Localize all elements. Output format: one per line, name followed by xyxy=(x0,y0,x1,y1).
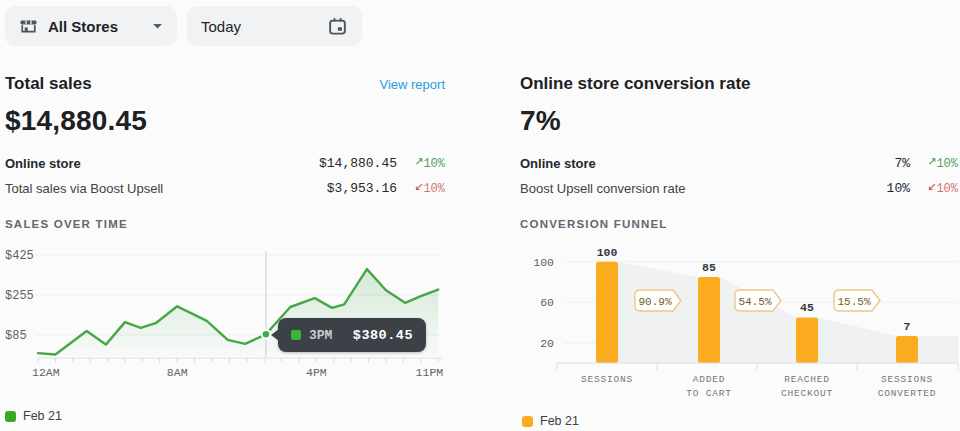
legend-swatch-green xyxy=(5,411,16,422)
conversion-rate-value: 7% xyxy=(520,105,958,137)
tooltip-time: 3PM xyxy=(309,328,332,343)
x-axis-category-label: TO CART xyxy=(686,388,732,399)
delta-badge: ↗10% xyxy=(397,157,445,171)
metric-value: 7% xyxy=(894,156,910,171)
metric-label: Boost Upsell conversion rate xyxy=(520,181,685,196)
store-selector-label: All Stores xyxy=(48,18,118,35)
x-axis-category-label: CONVERTED xyxy=(878,388,937,399)
calendar-icon xyxy=(327,16,348,37)
legend-label: Feb 21 xyxy=(23,409,62,423)
metric-value: 10% xyxy=(887,181,910,196)
funnel-bar xyxy=(596,262,618,363)
sales-legend: Feb 21 xyxy=(5,409,62,423)
x-axis-tick-label: 11PM xyxy=(416,366,444,379)
total-sales-value: $14,880.45 xyxy=(5,105,445,137)
metric-label: Online store xyxy=(520,156,596,171)
bar-value-label: 45 xyxy=(800,301,814,314)
conversion-rate-panel: Online store conversion rate 7% Online s… xyxy=(520,70,958,431)
bar-value-label: 85 xyxy=(702,261,716,274)
metric-label: Total sales via Boost Upsell xyxy=(5,181,163,196)
x-axis-category-label: CHECKOUT xyxy=(781,388,833,399)
delta-badge: ↙10% xyxy=(910,182,958,196)
funnel-legend: Feb 21 xyxy=(522,414,579,428)
funnel-bar xyxy=(896,336,918,363)
metric-row-online-store: Online store $14,880.45 ↗10% xyxy=(5,151,445,176)
step-percentage-label: 54.5% xyxy=(738,296,771,308)
bar-value-label: 100 xyxy=(597,246,618,259)
chart-tooltip: 3PM $380.45 xyxy=(278,318,426,352)
y-axis-tick-label: $85 xyxy=(5,329,27,343)
series-swatch xyxy=(291,330,301,340)
storefront-icon xyxy=(19,17,38,36)
y-axis-tick-label: 20 xyxy=(540,337,554,350)
date-range-label: Today xyxy=(201,18,241,35)
chevron-down-icon xyxy=(152,23,163,30)
total-sales-panel: Total sales View report $14,880.45 Onlin… xyxy=(5,70,445,431)
y-axis-tick-label: $425 xyxy=(5,249,34,263)
metric-value: $3,953.16 xyxy=(327,181,397,196)
date-range-button[interactable]: Today xyxy=(187,6,362,46)
store-selector-button[interactable]: All Stores xyxy=(5,6,177,46)
conversion-funnel-chart[interactable]: 10060201008545790.9%54.5%15.5%SESSIONSAD… xyxy=(520,240,960,410)
x-axis-category-label: ADDED xyxy=(693,374,726,385)
delta-badge: ↗10% xyxy=(910,157,958,171)
trend-up-icon: ↗ xyxy=(414,155,423,168)
conversion-funnel-heading: CONVERSION FUNNEL xyxy=(520,218,958,230)
y-axis-tick-label: 100 xyxy=(533,256,554,269)
conversion-rate-title: Online store conversion rate xyxy=(520,74,751,94)
step-percentage-label: 90.9% xyxy=(638,296,671,308)
metric-label: Online store xyxy=(5,156,81,171)
metric-row-boost-upsell-rate: Boost Upsell conversion rate 10% ↙10% xyxy=(520,176,958,201)
sales-over-time-heading: SALES OVER TIME xyxy=(5,218,445,230)
x-axis-category-label: SESSIONS xyxy=(881,374,933,385)
view-report-link[interactable]: View report xyxy=(379,77,445,92)
metric-value: $14,880.45 xyxy=(319,156,397,171)
funnel-bar xyxy=(698,277,720,363)
x-axis-category-label: SESSIONS xyxy=(581,374,633,385)
x-axis-tick-label: 4PM xyxy=(306,366,327,379)
y-axis-tick-label: 60 xyxy=(540,296,554,309)
total-sales-title: Total sales xyxy=(5,74,92,94)
delta-badge: ↙10% xyxy=(397,182,445,196)
y-axis-tick-label: $255 xyxy=(5,289,34,303)
tooltip-value: $380.45 xyxy=(353,328,413,343)
x-axis-category-label: REACHED xyxy=(784,374,830,385)
metric-row-online-store-rate: Online store 7% ↗10% xyxy=(520,151,958,176)
sales-over-time-chart[interactable]: $425$255$8512AM8AM4PM11PM 3PM $380.45 xyxy=(5,248,445,398)
legend-swatch-orange xyxy=(522,416,533,427)
bar-value-label: 7 xyxy=(904,320,911,333)
funnel-bar xyxy=(796,317,818,363)
trend-down-icon: ↙ xyxy=(414,180,423,193)
top-toolbar: All Stores Today xyxy=(5,6,362,46)
x-axis-tick-label: 12AM xyxy=(32,366,60,379)
legend-label: Feb 21 xyxy=(540,414,579,428)
x-axis-tick-label: 8AM xyxy=(167,366,188,379)
trend-down-icon: ↙ xyxy=(927,180,936,193)
trend-up-icon: ↗ xyxy=(927,155,936,168)
active-point-dot xyxy=(263,331,270,338)
metric-row-boost-upsell: Total sales via Boost Upsell $3,953.16 ↙… xyxy=(5,176,445,201)
step-percentage-label: 15.5% xyxy=(837,296,870,308)
